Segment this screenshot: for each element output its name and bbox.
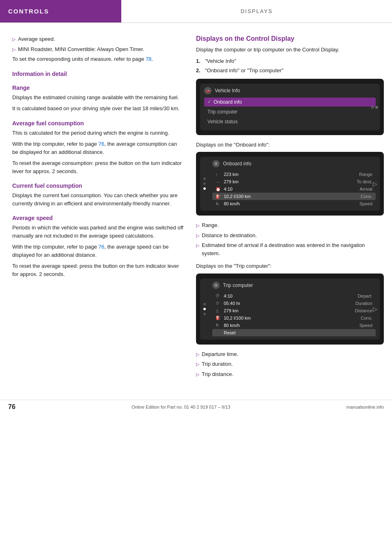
onboard-info-screen: ⚙ Onboard info ↑ 223 km Range → 279 km T…	[196, 152, 384, 216]
row-value: 4:10	[224, 294, 348, 298]
list-item: ▷ Distance to destination.	[196, 231, 384, 240]
trip-computer-icon: ⚙	[212, 282, 220, 289]
row-icon: ⏱	[216, 294, 224, 298]
page-header: CONTROLS DISPLAYS	[0, 0, 392, 23]
bullet-text: Average speed.	[18, 35, 55, 43]
units-paragraph: To set the corresponding units of measur…	[12, 55, 184, 63]
row-label: Cons.	[348, 194, 372, 199]
step-2: 2. "Onboard info" or "Trip computer"	[196, 67, 384, 75]
right-main-heading: Displays on the Control Display	[196, 35, 384, 42]
avg-fuel-link[interactable]: 76	[98, 141, 104, 147]
left-column: ▷ Average speed. ▷ MINI Roadster, MINI C…	[12, 35, 184, 380]
vehicle-info-screen: 🚗 Vehicle Info ✓ Onboard info Trip compu…	[196, 79, 384, 135]
list-item: ▷ Trip duration.	[196, 360, 384, 368]
controls-label: CONTROLS	[8, 8, 49, 15]
table-row: ⏰ 4:10 Arrival	[212, 185, 376, 193]
row-icon: ⛽	[216, 194, 224, 199]
bullet-arrow-icon: ▷	[12, 46, 16, 53]
screen-item-trip: Trip computer	[204, 107, 376, 116]
bullet-text: Trip distance.	[202, 370, 234, 378]
row-value: 279 km	[224, 179, 348, 184]
table-row: ⏲ 05:40 hr Duration	[212, 300, 376, 307]
bullet-text: Distance to destination.	[202, 231, 257, 240]
table-row-selected: ⛽ 10,2 l/100 km Cons.	[212, 193, 376, 200]
range-p1: Displays the estimated cruising range av…	[12, 93, 184, 102]
row-value: 05:40 hr	[224, 301, 348, 306]
units-link[interactable]: 78	[146, 56, 151, 62]
table-row: ⛽ 10,2 l/100 km Cons.	[212, 314, 376, 322]
bullet-arrow-icon: ▷	[196, 351, 199, 358]
bullet-text: Estimated time of arrival if a destinati…	[202, 241, 384, 257]
row-label: Duration	[348, 301, 372, 306]
main-content: ▷ Average speed. ▷ MINI Roadster, MINI C…	[0, 23, 392, 388]
row-icon: →	[216, 180, 224, 184]
range-p2: It is calculated based on your driving s…	[12, 105, 184, 113]
bullet-arrow-icon: ▷	[12, 36, 16, 43]
row-value: 80 km/h	[224, 323, 348, 328]
nav-right-btn-3: ▷	[373, 306, 377, 312]
nav-dot	[203, 303, 206, 305]
list-item: ▷ Departure time.	[196, 350, 384, 358]
list-item: ▷ Average speed.	[12, 35, 184, 43]
table-row: ↑ 223 km Range	[212, 171, 376, 178]
bullet-arrow-icon: ▷	[196, 242, 199, 257]
row-value: 80 km/h	[224, 201, 348, 206]
displays-label: DISPLAYS	[241, 8, 273, 14]
trip-label: Displays on the "Trip computer":	[196, 262, 384, 270]
right-intro: Display the computer or trip computer on…	[196, 46, 384, 54]
row-icon: ⏲	[216, 301, 224, 305]
nav-dot	[203, 313, 206, 315]
screen-title-bar-3: ⚙ Trip computer	[212, 282, 376, 289]
steps-list: 1. "Vehicle Info" 2. "Onboard info" or "…	[196, 57, 384, 75]
screen-title-bar-1: 🚗 Vehicle Info	[204, 87, 376, 94]
nav-buttons-1: ⊙ ⊕	[371, 105, 378, 109]
row-value: 4:10	[224, 187, 348, 191]
bullet-text: Trip duration.	[202, 360, 233, 368]
avg-speed-p3: To reset the average speed: press the bu…	[12, 262, 184, 278]
bullet-text: Departure time.	[202, 350, 238, 358]
avg-fuel-heading: Average fuel consumption	[12, 120, 184, 127]
onboard-table: ↑ 223 km Range → 279 km To dest. ⏰ 4:10 …	[212, 171, 376, 207]
footer-website: manualsonline.info	[346, 405, 384, 409]
nav-dots-3	[203, 303, 206, 315]
nav-dot-active	[203, 308, 206, 310]
current-fuel-p1: Displays the current fuel consumption. Y…	[12, 191, 184, 207]
table-row-reset: Reset	[212, 329, 376, 336]
screen-item-vstatus: Vehicle status	[204, 117, 376, 126]
row-value: 223 km	[224, 172, 348, 177]
avg-fuel-p1: This is calculated for the period during…	[12, 129, 184, 137]
avg-speed-p2: With the trip computer, refer to page 76…	[12, 243, 184, 259]
nav-dot	[203, 178, 206, 180]
trip-computer-screen: ⚙ Trip computer ⏱ 4:10 Depart. ⏲ 05:40 h…	[196, 274, 384, 345]
row-label: Cons.	[348, 316, 372, 320]
row-label: Depart.	[348, 294, 372, 298]
row-label: Arrival	[348, 187, 372, 191]
step-1: 1. "Vehicle Info"	[196, 57, 384, 65]
row-label: Distance	[348, 308, 372, 313]
avg-fuel-p2: With the trip computer, refer to page 76…	[12, 140, 184, 156]
row-icon: ⛽	[216, 316, 224, 320]
row-value: 279 km	[224, 308, 348, 313]
trip-table: ⏱ 4:10 Depart. ⏲ 05:40 hr Duration △ 279…	[212, 292, 376, 336]
nav-dots-2	[203, 178, 206, 190]
row-label: Range	[348, 172, 372, 177]
avg-speed-heading: Average speed	[12, 215, 184, 221]
row-value: Reset	[224, 330, 348, 335]
table-row: △ 279 km Distance	[212, 307, 376, 314]
table-row: ↻ 80 km/h Speed	[212, 200, 376, 207]
vehicle-info-icon: 🚗	[204, 87, 212, 94]
screen-item-onboard: ✓ Onboard info	[204, 98, 376, 107]
row-icon: ⏰	[216, 187, 224, 191]
nav-dot	[203, 182, 206, 185]
bullet-arrow-icon: ▷	[196, 361, 199, 368]
row-icon: ↻	[216, 323, 224, 327]
bullet-text: Range.	[202, 221, 219, 229]
list-item: ▷ MINI Roadster, MINI Convertible: Alway…	[12, 45, 184, 53]
avg-speed-link[interactable]: 76	[98, 244, 104, 250]
row-icon: △	[216, 308, 224, 313]
footer-copyright: Online Edition for Part no. 01 40 2 919 …	[131, 405, 230, 409]
screen-title-text-2: Onboard info	[223, 161, 251, 167]
screen-title-text-1: Vehicle Info	[215, 88, 240, 93]
table-row: → 279 km To dest.	[212, 178, 376, 185]
range-heading: Range	[12, 85, 184, 91]
